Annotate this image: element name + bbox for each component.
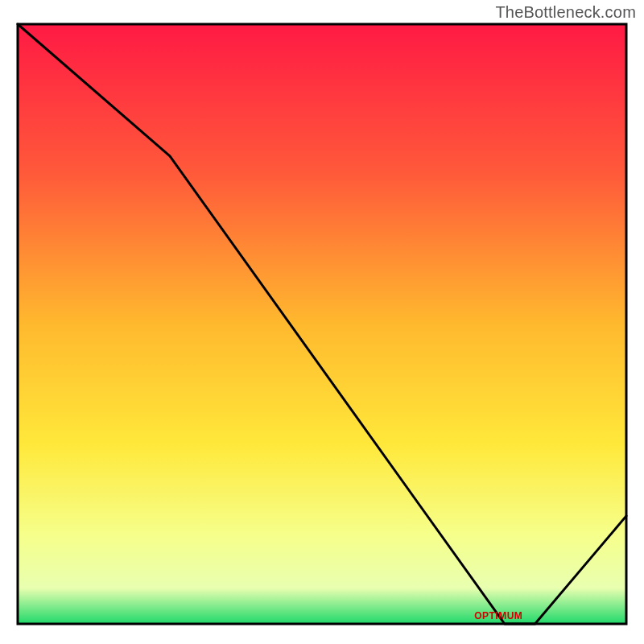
chart-svg: OPTIMUM xyxy=(0,0,644,644)
chart-frame: TheBottleneck.com OPTIMUM xyxy=(0,0,644,644)
optimum-marker: OPTIMUM xyxy=(474,610,522,621)
plot-background xyxy=(18,24,626,624)
